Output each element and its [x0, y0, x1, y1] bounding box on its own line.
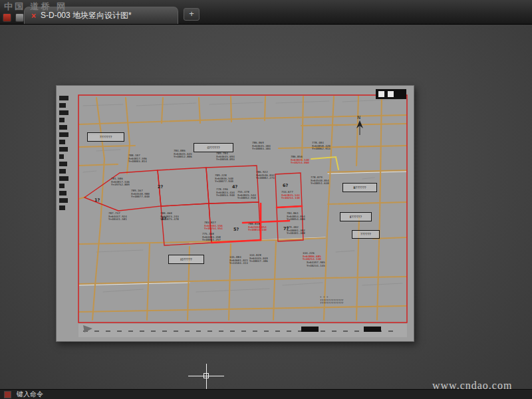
drawing-sheet[interactable]: N 788.107X=64817.596Y=40003.814784.086X=… — [56, 85, 414, 342]
command-prompt: 键入命令 — [17, 391, 43, 398]
tab-close-icon[interactable]: × — [31, 12, 36, 20]
crosshair-horizontal-line — [188, 376, 224, 376]
legend-bar — [59, 118, 65, 122]
legend-bar — [59, 162, 67, 166]
legend-bar — [59, 132, 68, 137]
legend-bar — [59, 205, 65, 210]
legend-bar — [59, 125, 67, 130]
new-tab-button[interactable]: + — [184, 8, 200, 21]
app-window: 中国 道桥 网 × S-D-003 地块竖向设计图* + — [0, 0, 532, 399]
menu-icon[interactable] — [15, 13, 24, 22]
tab-bar: 中国 道桥 网 × S-D-003 地块竖向设计图* + — [0, 0, 532, 25]
legend-bar — [59, 154, 64, 159]
site-plan-map: N — [57, 86, 414, 341]
legend-bar — [59, 198, 68, 203]
legend-bar — [59, 147, 68, 152]
legend-bar — [59, 96, 68, 100]
legend-bar — [59, 184, 65, 188]
legend-bar — [59, 140, 65, 144]
app-logo-icon[interactable] — [3, 13, 11, 22]
title-block-strip — [78, 324, 407, 337]
legend-bar — [59, 110, 68, 115]
legend-bar — [59, 191, 66, 196]
command-bar[interactable]: 键入命令 — [0, 389, 532, 399]
svg-text:N: N — [357, 115, 360, 120]
model-space-canvas[interactable]: N 788.107X=64817.596Y=40003.814784.086X=… — [0, 25, 532, 390]
command-icon — [4, 391, 11, 398]
legend-bar — [59, 103, 66, 108]
watermark-top-left: 中国 道桥 网 — [4, 1, 67, 13]
legend-bar — [59, 176, 68, 181]
crosshair-pickbox — [203, 373, 209, 378]
legend-bar — [59, 169, 66, 174]
frame-legend-strip — [59, 96, 75, 213]
app-icons — [3, 13, 24, 22]
scale-bar — [376, 89, 406, 99]
